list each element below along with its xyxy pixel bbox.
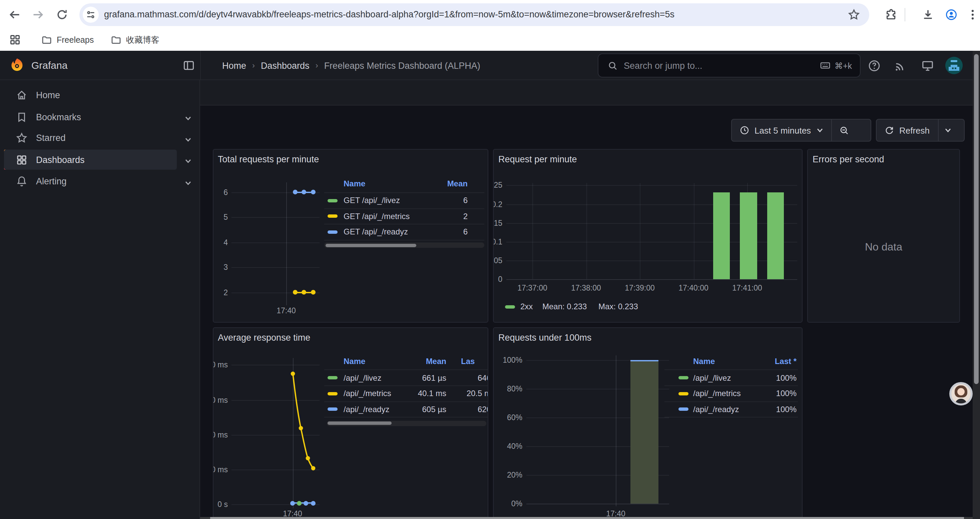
browser-toolbar: grafana.mathmast.com/d/deytv4rwavabkb/fr…: [0, 0, 980, 29]
sidebar-item-dashboards[interactable]: Dashboards: [4, 150, 177, 170]
panel-title[interactable]: Average response time: [218, 332, 310, 342]
kiosk-mode-button[interactable]: [921, 59, 934, 72]
x-tick: 17:40: [596, 509, 636, 518]
sidebar: Home Bookmarks Starred Dashboards: [0, 80, 200, 519]
refresh-button[interactable]: Refresh: [877, 120, 938, 141]
panel-left-icon: [183, 59, 195, 72]
sidebar-item-alerting[interactable]: Alerting: [4, 171, 177, 192]
legend-scrollbar[interactable]: [327, 420, 486, 426]
back-button[interactable]: [9, 9, 21, 21]
data-point: [302, 290, 306, 295]
bar-2xx: [740, 192, 757, 279]
legend-scrollbar[interactable]: [324, 243, 484, 248]
bar-2xx: [767, 192, 784, 279]
legend-name[interactable]: /api/_/livez: [344, 373, 381, 382]
apps-grid-button[interactable]: [10, 34, 21, 45]
folder-icon: [41, 35, 52, 45]
bookmark-folder-freeleaps[interactable]: Freeleaps: [37, 32, 98, 48]
sidebar-item-starred[interactable]: Starred: [4, 128, 177, 148]
gridline: [694, 183, 694, 279]
gridline: [506, 185, 797, 186]
gridline: [640, 183, 640, 279]
downloads-button[interactable]: [922, 9, 934, 21]
page-scrollbar-vertical[interactable]: [973, 51, 980, 519]
page-scrollbar-thumb[interactable]: [974, 54, 978, 384]
refresh-group: Refresh: [876, 119, 965, 142]
grafana-app: Grafana Home › Dashboards › Freeleaps Me…: [0, 51, 980, 519]
page-scrollbar-horizontal-thumb[interactable]: [210, 517, 964, 519]
url-text[interactable]: grafana.mathmast.com/d/deytv4rwavabkb/fr…: [104, 3, 675, 26]
bookmarks-bar: Freeleaps 收藏博客: [0, 29, 980, 51]
series-swatch: [328, 214, 337, 218]
monitor-icon: [921, 59, 934, 72]
chevron-down-icon[interactable]: [184, 177, 192, 185]
legend-name[interactable]: /api/_/metrics: [693, 389, 741, 398]
bar-2xx: [713, 192, 730, 279]
forward-button[interactable]: [32, 9, 44, 21]
address-bar[interactable]: grafana.mathmast.com/d/deytv4rwavabkb/fr…: [80, 3, 869, 26]
zoom-out-button[interactable]: [832, 120, 856, 141]
series-swatch: [328, 230, 337, 233]
breadcrumb-home[interactable]: Home: [222, 61, 246, 70]
sidebar-item-home[interactable]: Home: [4, 85, 177, 105]
legend-name[interactable]: /api/_/metrics: [344, 389, 391, 398]
y-tick: 0 s: [213, 499, 228, 509]
chevron-down-icon[interactable]: [184, 156, 192, 164]
legend-header-name[interactable]: Name: [344, 356, 365, 366]
site-settings-button[interactable]: [83, 7, 99, 23]
row-divider: [665, 385, 798, 386]
reload-button[interactable]: [56, 9, 68, 21]
search-input[interactable]: Search or jump to... ⌘+k: [598, 53, 861, 77]
row-divider: [324, 369, 488, 370]
row-divider: [665, 417, 798, 417]
legend-header-mean[interactable]: Mean: [447, 179, 468, 188]
legend-header-last[interactable]: Las: [461, 356, 475, 366]
legend-header-last[interactable]: Last *: [775, 356, 797, 366]
legend-value: 6: [463, 227, 468, 236]
tune-icon: [86, 10, 95, 19]
legend-name[interactable]: /api/_/readyz: [344, 404, 389, 414]
legend-name[interactable]: /api/_/livez: [693, 373, 731, 382]
time-range-picker[interactable]: Last 5 minutes: [732, 120, 831, 141]
back-icon: [9, 9, 21, 21]
chevron-down-icon[interactable]: [184, 113, 192, 121]
legend-scrollbar-thumb[interactable]: [328, 422, 391, 425]
legend-name[interactable]: GET /api/_/livez: [344, 196, 400, 205]
breadcrumb-dashboards[interactable]: Dashboards: [261, 61, 310, 70]
legend-name[interactable]: GET /api/_/metrics: [344, 211, 410, 221]
panel-title[interactable]: Request per minute: [498, 154, 577, 164]
series-swatch: [328, 392, 337, 395]
legend-name[interactable]: GET /api/_/readyz: [344, 227, 408, 236]
refresh-interval-button[interactable]: [938, 120, 957, 141]
help-button[interactable]: [868, 59, 881, 72]
floating-assistant-avatar[interactable]: [949, 382, 973, 406]
legend-header-mean[interactable]: Mean: [406, 356, 446, 366]
bookmark-folder-blog[interactable]: 收藏博客: [107, 32, 164, 48]
sidebar-collapse-button[interactable]: [183, 59, 195, 72]
series-swatch: [328, 407, 337, 411]
sidebar-item-bookmarks[interactable]: Bookmarks: [4, 107, 177, 127]
page-scrollbar-horizontal[interactable]: [200, 517, 973, 519]
legend-name[interactable]: /api/_/readyz: [693, 404, 739, 414]
profile-button[interactable]: [945, 9, 957, 21]
legend-scrollbar-thumb[interactable]: [326, 243, 416, 247]
panel-title[interactable]: Requests under 100ms: [498, 332, 592, 342]
extensions-button[interactable]: [885, 9, 897, 21]
rss-icon: [894, 59, 907, 72]
sidebar-item-label: Bookmarks: [36, 112, 81, 122]
grafana-logo: [10, 57, 25, 73]
legend-header-name[interactable]: Name: [344, 179, 365, 188]
chevron-down-icon[interactable]: [184, 134, 192, 142]
data-point: [310, 190, 315, 194]
bookmark-page-button[interactable]: [848, 9, 860, 21]
legend-header-name[interactable]: Name: [693, 356, 715, 366]
legend-mean: Mean: 0.233: [542, 302, 587, 311]
y-tick: 80 ms: [213, 360, 228, 369]
news-button[interactable]: [894, 59, 907, 72]
panel-title[interactable]: Errors per second: [813, 154, 884, 164]
zoom-out-icon: [839, 125, 849, 135]
user-avatar[interactable]: [945, 57, 963, 74]
panel-title[interactable]: Total requests per minute: [218, 154, 319, 164]
legend-series[interactable]: 2xx: [520, 302, 533, 311]
browser-menu-button[interactable]: [967, 9, 978, 21]
